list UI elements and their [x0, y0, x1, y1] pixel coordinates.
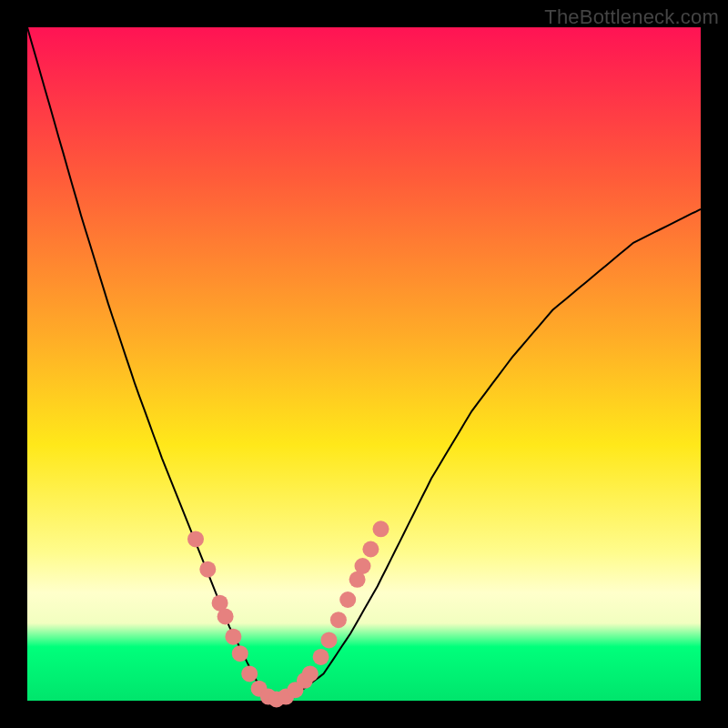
- watermark-text: TheBottleneck.com: [544, 5, 719, 29]
- gradient-plot-area: [27, 27, 701, 701]
